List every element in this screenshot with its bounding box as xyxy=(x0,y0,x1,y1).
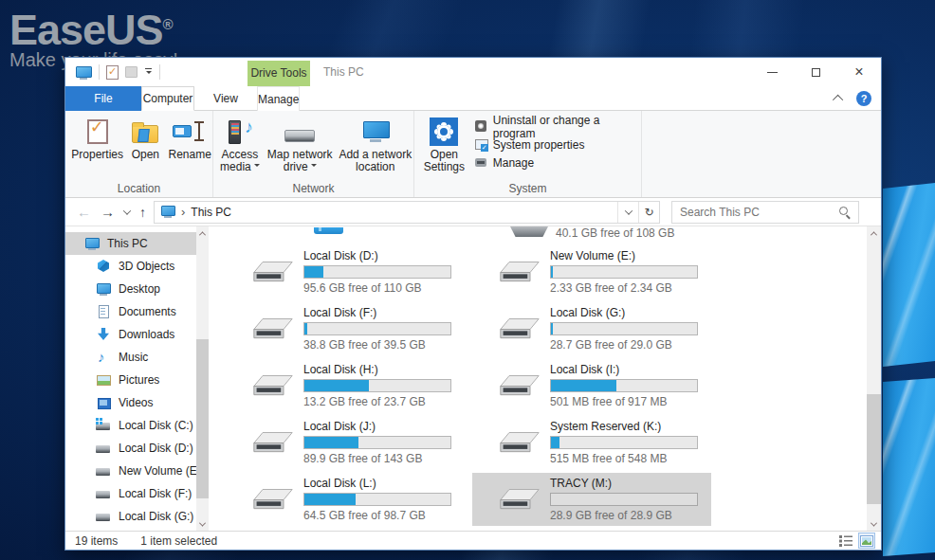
computer-icon[interactable] xyxy=(75,65,92,80)
sidebar-scrollbar-thumb[interactable] xyxy=(196,339,209,497)
system-group-label: System xyxy=(414,182,641,195)
sidebar-item-label: Local Disk (D:) xyxy=(119,442,193,455)
drive-icon xyxy=(499,431,550,455)
main-scrollbar-thumb[interactable] xyxy=(867,394,881,504)
sidebar-item-label: Local Disk (G:) xyxy=(119,510,193,523)
sidebar-item-icon xyxy=(96,463,111,479)
location-group-label: Location xyxy=(65,182,212,195)
sidebar-item-label: Downloads xyxy=(119,328,174,341)
sidebar-item-label: Music xyxy=(119,351,148,364)
drive-name: Local Disk (I:) xyxy=(550,363,698,376)
sidebar-item[interactable]: Music xyxy=(65,346,196,369)
details-view-icon[interactable] xyxy=(837,533,854,549)
capacity-bar-fill xyxy=(551,437,559,448)
scroll-up-icon[interactable] xyxy=(196,226,209,241)
recent-locations-chevron-icon[interactable] xyxy=(123,207,131,214)
sidebar-item-label: Pictures xyxy=(119,373,159,387)
search-box[interactable] xyxy=(671,201,859,224)
address-dropdown-icon[interactable] xyxy=(617,202,638,223)
sidebar-item-icon xyxy=(96,281,111,297)
ribbon-tab[interactable]: File xyxy=(65,86,141,111)
sidebar-item-label: 3D Objects xyxy=(119,260,174,273)
search-icon xyxy=(839,207,851,218)
ribbon-tab[interactable]: View xyxy=(194,86,257,111)
files-area: 40.1 GB free of 108 GB Local Di xyxy=(209,226,869,532)
address-breadcrumb-bar[interactable]: › This PC ↻ xyxy=(154,201,660,224)
up-icon[interactable]: ↑ xyxy=(139,205,146,220)
drive-name: New Volume (E:) xyxy=(550,249,698,262)
sidebar-scrollbar[interactable] xyxy=(196,226,209,532)
drive-free-text: 28.7 GB free of 29.0 GB xyxy=(550,338,698,352)
capacity-bar xyxy=(303,265,451,279)
system-menu-item[interactable]: System properties xyxy=(474,135,641,154)
drive-item[interactable]: System Reserved (K:) 515 MB free of 548 … xyxy=(472,416,711,469)
properties-quick-icon[interactable] xyxy=(106,65,119,80)
scroll-down-icon[interactable] xyxy=(867,517,881,532)
capacity-bar-fill xyxy=(304,323,307,334)
close-button[interactable]: × xyxy=(837,58,881,86)
refresh-icon[interactable]: ↻ xyxy=(638,202,659,223)
sidebar-item[interactable]: New Volume (E:) xyxy=(65,460,196,482)
sidebar-item-label: This PC xyxy=(107,237,148,250)
drives-grid: Local Disk (D:) 95.6 GB free of 110 GB xyxy=(226,245,711,526)
drive-item[interactable]: New Volume (E:) 2.33 GB free of 2.34 GB xyxy=(472,245,711,298)
sidebar-item[interactable]: Desktop xyxy=(65,278,196,300)
system-menu-item[interactable]: Uninstall or change a program xyxy=(474,117,641,135)
capacity-bar xyxy=(550,493,698,506)
drive-icon xyxy=(252,261,303,284)
drive-item[interactable]: TRACY (M:) 28.9 GB free of 28.9 GB xyxy=(472,473,711,526)
access-media-label: Access media xyxy=(217,149,263,173)
ribbon-tab[interactable]: Manage xyxy=(257,86,300,111)
ribbon-tab-label: View xyxy=(213,92,238,105)
drive-item[interactable]: Local Disk (D:) 95.6 GB free of 110 GB xyxy=(226,245,465,298)
network-drive-icon xyxy=(284,130,315,142)
add-network-location-label: Add a network location xyxy=(338,149,413,173)
capacity-bar xyxy=(303,436,451,449)
main-scrollbar[interactable] xyxy=(867,226,881,532)
navigation-pane: This PC 3D Objects Desktop Documents xyxy=(65,226,196,532)
breadcrumb[interactable]: This PC xyxy=(191,206,231,219)
forward-icon[interactable]: → xyxy=(101,204,115,220)
drive-free-text: 13.2 GB free of 23.7 GB xyxy=(303,395,451,408)
ribbon-group-system: Open Settings Uninstall or change a prog… xyxy=(414,111,642,197)
map-network-drive-label: Map network drive xyxy=(265,149,336,173)
search-input[interactable] xyxy=(672,206,824,219)
system-menu-item[interactable]: Manage xyxy=(474,154,641,172)
system-item-label: Manage xyxy=(493,156,534,170)
drive-tools-contextual-tab[interactable]: Drive Tools xyxy=(248,61,310,86)
new-folder-quick-icon[interactable] xyxy=(125,66,138,78)
drive-item[interactable]: Local Disk (G:) 28.7 GB free of 29.0 GB xyxy=(472,302,711,355)
sidebar-item[interactable]: Documents xyxy=(65,300,196,323)
ribbon-tab[interactable]: Computer xyxy=(141,86,194,111)
drive-item[interactable]: Local Disk (L:) 64.5 GB free of 98.7 GB xyxy=(226,473,465,526)
sidebar-item[interactable]: Videos xyxy=(65,391,196,414)
sidebar-item[interactable]: Local Disk (F:) xyxy=(65,482,196,505)
capacity-bar-fill xyxy=(551,323,553,334)
drive-name: Local Disk (J:) xyxy=(303,420,451,433)
help-icon[interactable]: ? xyxy=(856,91,871,106)
minimize-button[interactable] xyxy=(750,58,794,86)
drive-item[interactable]: Local Disk (I:) 501 MB free of 917 MB xyxy=(472,359,711,412)
ribbon-tab-label: File xyxy=(94,92,112,105)
drive-item[interactable]: Local Disk (H:) 13.2 GB free of 23.7 GB xyxy=(226,359,465,412)
sidebar-item[interactable]: This PC xyxy=(65,232,196,255)
back-icon[interactable]: ← xyxy=(77,204,91,220)
drive-item[interactable]: Local Disk (F:) 38.8 GB free of 39.5 GB xyxy=(226,302,465,355)
scroll-down-icon[interactable] xyxy=(196,517,209,532)
sidebar-item-icon xyxy=(96,509,111,524)
sidebar-item[interactable]: Pictures xyxy=(65,369,196,391)
system-item-icon xyxy=(474,137,488,152)
sidebar-item[interactable]: 3D Objects xyxy=(65,255,196,278)
sidebar-item[interactable]: Local Disk (C:) xyxy=(65,414,196,437)
sidebar-item[interactable]: Downloads xyxy=(65,323,196,346)
title-bar[interactable]: Drive Tools This PC × xyxy=(65,58,881,86)
maximize-button[interactable] xyxy=(794,58,837,86)
sidebar-item-label: Local Disk (C:) xyxy=(119,419,193,432)
customize-toolbar-arrow-icon[interactable] xyxy=(144,68,153,77)
thumbnail-view-icon[interactable] xyxy=(858,533,875,549)
sidebar-item[interactable]: Local Disk (G:) xyxy=(65,505,196,528)
scroll-up-icon[interactable] xyxy=(867,226,881,241)
toolbar-separator xyxy=(159,64,160,80)
sidebar-item[interactable]: Local Disk (D:) xyxy=(65,437,196,460)
drive-item[interactable]: Local Disk (J:) 89.9 GB free of 143 GB xyxy=(226,416,465,469)
